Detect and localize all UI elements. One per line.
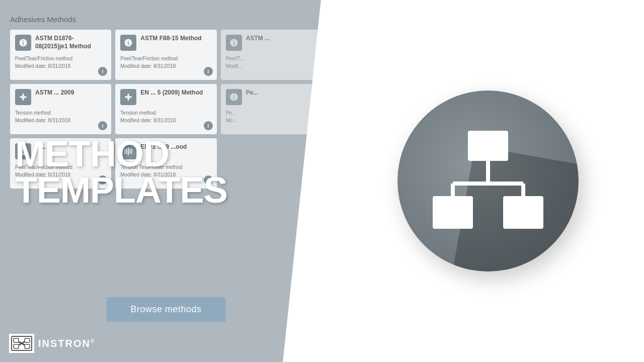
card-2-title: ASTM F88-15 Method xyxy=(140,35,201,43)
card-1[interactable]: ASTM D1876-08(2015)je1 Method Peel/Tear/… xyxy=(10,30,111,80)
overlay-line1: METHOD xyxy=(15,136,227,172)
card-3-date: Modif... xyxy=(226,62,317,70)
card-3[interactable]: ASTM ... Peel/T... Modif... xyxy=(221,30,322,80)
peel-icon xyxy=(15,35,31,51)
svg-rect-11 xyxy=(468,131,508,161)
svg-rect-1 xyxy=(22,94,24,100)
card-6-header: Pe... xyxy=(226,89,317,105)
peel-icon-3 xyxy=(226,35,242,51)
card-5-header: EN ... 5 (2009) Method xyxy=(120,89,211,105)
card-2-date: Modified date: 8/31/2018 xyxy=(120,62,211,70)
card-6-type: Pe... xyxy=(226,109,317,117)
svg-rect-12 xyxy=(433,196,473,229)
card-5-type: Tension method xyxy=(120,109,211,117)
svg-rect-10 xyxy=(25,344,30,348)
card-4-header: ASTM ... 2009 xyxy=(15,89,106,105)
svg-rect-13 xyxy=(503,196,543,229)
method-templates-icon xyxy=(397,90,579,272)
card-4-type: Tension method xyxy=(15,109,106,117)
card-4-title: ASTM ... 2009 xyxy=(35,89,74,97)
overlay-title: METHOD TEMPLATES xyxy=(0,126,243,218)
tension-icon-2 xyxy=(120,89,136,105)
card-5-title: EN ... 5 (2009) Method xyxy=(140,89,203,97)
right-panel xyxy=(332,0,644,362)
card-3-header: ASTM ... xyxy=(226,35,317,51)
page-container: Adhesives Methods ASTM D1876-08(2015)je1… xyxy=(0,0,644,362)
instron-icon xyxy=(9,334,34,353)
overlay-line2: TEMPLATES xyxy=(15,172,227,208)
svg-rect-7 xyxy=(14,338,19,342)
card-1-info-btn[interactable]: i xyxy=(98,67,107,76)
svg-rect-8 xyxy=(25,338,30,342)
card-2-header: ASTM F88-15 Method xyxy=(120,35,211,51)
svg-rect-9 xyxy=(14,344,19,348)
svg-rect-3 xyxy=(128,94,129,100)
card-6-date: Mo... xyxy=(226,117,317,124)
card-2-info-btn[interactable]: i xyxy=(204,67,213,76)
browse-btn-wrapper: Browse methods xyxy=(106,297,225,322)
card-1-date: Modified date: 8/31/2018 xyxy=(15,62,106,70)
card-4-date: Modified date: 8/31/2018 xyxy=(15,117,106,124)
card-1-type: Peel/Tear/Friction method xyxy=(15,55,106,62)
peel-icon-2 xyxy=(120,35,136,51)
instron-name: INSTRON® xyxy=(38,338,95,349)
instron-logo: INSTRON® xyxy=(9,334,95,353)
card-1-title: ASTM D1876-08(2015)je1 Method xyxy=(35,35,106,50)
left-panel: Adhesives Methods ASTM D1876-08(2015)je1… xyxy=(0,0,332,362)
card-3-type: Peel/T... xyxy=(226,55,317,62)
card-1-header: ASTM D1876-08(2015)je1 Method xyxy=(15,35,106,51)
hierarchy-svg xyxy=(428,126,548,236)
card-2[interactable]: ASTM F88-15 Method Peel/Tear/Friction me… xyxy=(115,30,216,80)
section-title: Adhesives Methods xyxy=(10,15,322,24)
tension-icon-1 xyxy=(15,89,31,105)
card-2-type: Peel/Tear/Friction method xyxy=(120,55,211,62)
peel-icon-4 xyxy=(226,89,242,105)
browse-methods-button[interactable]: Browse methods xyxy=(106,297,225,322)
card-3-title: ASTM ... xyxy=(246,35,270,43)
card-5-date: Modified date: 8/31/2018 xyxy=(120,117,211,124)
card-6-title: Pe... xyxy=(246,89,259,97)
